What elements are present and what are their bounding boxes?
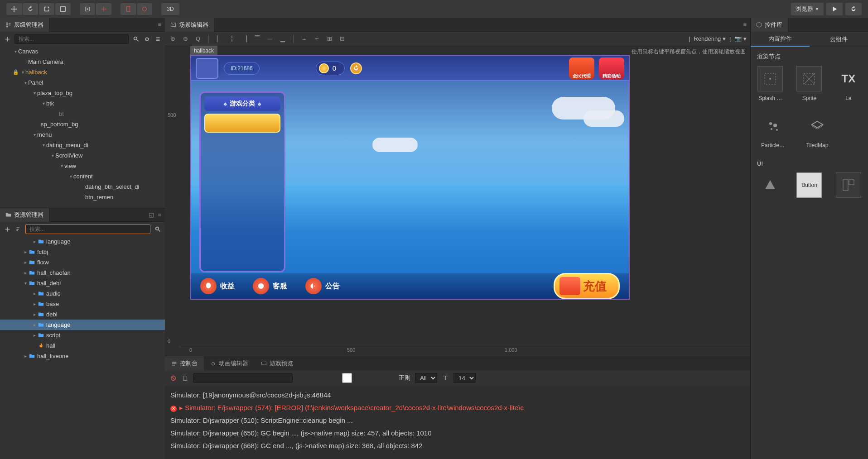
tree-node[interactable]: ▾view	[0, 161, 165, 171]
camera-icon[interactable]: 📷 ▾	[734, 35, 747, 42]
refresh-balance-icon[interactable]	[350, 62, 362, 74]
world-tool[interactable]	[137, 3, 152, 15]
asset-node[interactable]: ▸fctbj	[0, 247, 165, 257]
tree-node[interactable]: ▾content	[0, 171, 165, 182]
asset-node[interactable]: ▸fkxw	[0, 257, 165, 268]
rendering-dropdown[interactable]: Rendering ▾	[694, 35, 726, 42]
assets-tree[interactable]: ▸language▸fctbj▸fkxw▸hall_chaofan▾hall_d…	[0, 236, 165, 459]
tree-node[interactable]: 🔒▾hallback	[0, 67, 165, 77]
asset-node[interactable]: hall	[0, 340, 165, 351]
bottom-notice[interactable]: 公告	[305, 278, 340, 294]
font-size-select[interactable]: 14	[453, 373, 476, 383]
scene-tab[interactable]: 场景编辑器	[165, 18, 214, 32]
menu-icon[interactable]: ≡	[743, 21, 747, 28]
hierarchy-tree[interactable]: ▾CanvasMain Camera🔒▾hallback▾Panel▾plaza…	[0, 46, 165, 208]
cloud-tab[interactable]: 云组件	[810, 32, 868, 47]
preview-tab[interactable]: 游戏预览	[255, 356, 299, 371]
hierarchy-tab[interactable]: 层级管理器	[0, 18, 49, 32]
tree-node[interactable]: ▾btk	[0, 98, 165, 109]
tree-node[interactable]: dating_btn_select_di	[0, 182, 165, 192]
tree-node[interactable]: ▾plaza_top_bg	[0, 88, 165, 98]
console-filter-input[interactable]	[193, 373, 293, 383]
menu-icon[interactable]: ≡	[158, 211, 161, 218]
distribute-h-icon[interactable]: ⫠	[300, 35, 308, 43]
widget-mask[interactable]	[757, 172, 783, 201]
asset-node[interactable]: ▸hall_fiveone	[0, 351, 165, 361]
tree-node[interactable]: ▾Canvas	[0, 46, 165, 57]
widget-button[interactable]: Button	[796, 172, 822, 201]
rotate-tool[interactable]	[23, 3, 38, 15]
widgets-tab[interactable]: 控件库	[751, 18, 788, 32]
pivot-tool[interactable]	[96, 3, 111, 15]
assets-search-input[interactable]	[25, 224, 150, 234]
tree-node[interactable]: btn_remen	[0, 192, 165, 202]
asset-node[interactable]: ▸hall_chaofan	[0, 268, 165, 278]
3d-toggle[interactable]: 3D	[161, 3, 179, 15]
tree-node[interactable]: bt	[0, 109, 165, 119]
asset-node[interactable]: ▸script	[0, 330, 165, 340]
move-tool[interactable]	[6, 3, 22, 15]
game-category-menu[interactable]: 游戏分类	[199, 91, 285, 273]
animation-tab[interactable]: 动画编辑器	[204, 356, 255, 371]
widget-label[interactable]: TXLa	[835, 66, 862, 101]
assets-tab[interactable]: 资源管理器	[0, 208, 49, 222]
asset-node[interactable]: ▸language	[0, 236, 165, 247]
log-file-icon[interactable]	[181, 374, 188, 382]
tree-node[interactable]: ▾dating_menu_di	[0, 140, 165, 150]
zoom-out-icon[interactable]: ⊖	[181, 35, 189, 43]
scale-tool[interactable]	[39, 3, 54, 15]
reload-button[interactable]	[845, 3, 862, 15]
tree-node[interactable]: ▾ScrollView	[0, 150, 165, 161]
avatar[interactable]	[196, 58, 218, 79]
align-bottom-icon[interactable]: ▁	[279, 35, 287, 43]
restore-icon[interactable]: ◱	[149, 211, 154, 218]
local-tool[interactable]	[121, 3, 136, 15]
asset-node[interactable]: ▾hall_debi	[0, 278, 165, 288]
widget-layout[interactable]	[835, 172, 862, 201]
rect-tool[interactable]	[55, 3, 71, 15]
asset-node[interactable]: ▸base	[0, 299, 165, 309]
widget-tiledmap[interactable]: TiledMap	[801, 113, 833, 148]
tree-node[interactable]: sp_bottom_bg	[0, 119, 165, 129]
snap-icon[interactable]: ⊞	[325, 35, 333, 43]
clear-icon[interactable]	[169, 374, 177, 382]
align-top-icon[interactable]: ▔	[253, 35, 261, 43]
align-middle-icon[interactable]: ─	[266, 35, 274, 43]
zoom-fit-icon[interactable]: Q	[194, 35, 202, 43]
asset-node[interactable]: ▸language	[0, 320, 165, 330]
zoom-in-icon[interactable]: ⊕	[169, 35, 177, 43]
widget-sprite[interactable]: Sprite	[796, 66, 822, 101]
builtin-tab[interactable]: 内置控件	[751, 32, 810, 47]
recharge-button[interactable]: 充值	[554, 273, 620, 299]
bottom-income[interactable]: 收益	[200, 278, 235, 294]
sort-icon[interactable]	[14, 225, 22, 233]
add-icon[interactable]	[4, 35, 11, 43]
preview-target-dropdown[interactable]: 浏览器 ▼	[791, 3, 824, 15]
search-icon[interactable]	[154, 225, 161, 233]
asset-node[interactable]: ▸audio	[0, 288, 165, 299]
tree-node[interactable]: ▾Panel	[0, 77, 165, 88]
add-icon[interactable]	[4, 225, 11, 233]
log-level-select[interactable]: All	[415, 373, 437, 383]
tree-node[interactable]: ▾menu	[0, 129, 165, 140]
widget-particle[interactable]: Particle…	[757, 113, 789, 148]
widget-splash[interactable]: Splash …	[757, 66, 783, 101]
console-log[interactable]: Simulator: [19]anonymous@src/cocos2d-jsb…	[165, 385, 750, 459]
align-center-h-icon[interactable]: ╎	[228, 35, 236, 43]
menu-icon[interactable]: ≡	[158, 21, 161, 28]
category-item[interactable]	[204, 114, 280, 133]
console-tab[interactable]: 控制台	[165, 356, 204, 371]
search-icon[interactable]	[132, 35, 140, 43]
asset-node[interactable]: ▸debi	[0, 309, 165, 320]
refresh-icon[interactable]	[143, 35, 150, 43]
tree-node[interactable]: Main Camera	[0, 57, 165, 67]
badge-activity[interactable]: 精彩活动	[599, 57, 624, 79]
grid-icon[interactable]: ⊟	[338, 35, 346, 43]
canvas-frame[interactable]: ID:21686 0 全民代理 精彩活动 游戏分类	[190, 55, 630, 300]
collapse-icon[interactable]	[154, 35, 161, 43]
bottom-service[interactable]: 客服	[253, 278, 287, 294]
hierarchy-search-input[interactable]	[14, 34, 129, 44]
distribute-v-icon[interactable]: ⫟	[313, 35, 321, 43]
align-left-icon[interactable]: ▏	[215, 35, 223, 43]
align-right-icon[interactable]: ▕	[241, 35, 249, 43]
